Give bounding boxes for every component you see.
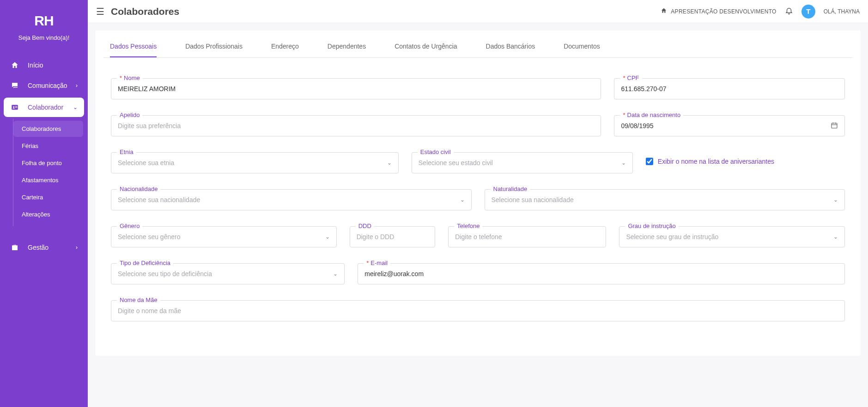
form-card: Dados Pessoais Dados Profissionais Ender… [95, 31, 861, 356]
tab-dados-bancarios[interactable]: Dados Bancários [486, 38, 535, 57]
sidebar: RH Seja Bem vindo(a)! Início Comunicação… [0, 0, 88, 407]
nacionalidade-select[interactable]: Nacionalidade Selecione sua nacionalidad… [111, 189, 472, 210]
label-dob: Data de nascimento [620, 111, 683, 118]
sidebar-item-label: Colaborador [28, 104, 63, 111]
submenu-item-folha[interactable]: Folha de ponto [13, 155, 83, 171]
grau-select[interactable]: Grau de instrução Selecione seu grau de … [619, 226, 845, 247]
chevron-down-icon: ⌄ [325, 234, 330, 240]
etnia-select[interactable]: Etnia Selecione sua etnia ⌄ [111, 152, 399, 173]
aniversariantes-label[interactable]: Exibir o nome na lista de aniversariante… [658, 158, 774, 165]
sidebar-item-colaborador[interactable]: Colaborador ⌄ [4, 98, 84, 117]
sidebar-item-inicio[interactable]: Início [0, 55, 88, 75]
label-cpf: CPF [620, 74, 642, 81]
submenu-item-ferias[interactable]: Férias [13, 138, 83, 154]
tab-endereco[interactable]: Endereço [271, 38, 299, 57]
briefcase-icon [10, 243, 19, 252]
label-mae: Nome da Mãe [117, 296, 160, 303]
chat-icon [10, 81, 19, 90]
header-right: APRESENTAÇÃO DESENVOLVIMENTO T OLÁ, THAY… [661, 5, 860, 18]
field-mae: Nome da Mãe [111, 300, 845, 321]
deficiencia-placeholder: Selecione seu tipo de deficiência [118, 270, 330, 278]
label-nome: Nome [117, 74, 143, 81]
calendar-icon[interactable] [831, 122, 838, 130]
genero-placeholder: Selecione seu gênero [118, 233, 322, 240]
email-input[interactable] [364, 270, 838, 278]
submenu-item-afastamentos[interactable]: Afastamentos [13, 172, 83, 188]
naturalidade-placeholder: Selecione sua nacionalidade [492, 196, 831, 204]
submenu-item-alteracoes[interactable]: Alterações [13, 206, 83, 222]
mae-input[interactable] [118, 307, 838, 314]
label-naturalidade: Naturalidade [491, 185, 530, 192]
field-deficiencia: Tipo de Deficiência Selecione seu tipo d… [111, 263, 345, 284]
apelido-input[interactable] [118, 122, 594, 130]
field-grau: Grau de instrução Selecione seu grau de … [619, 226, 845, 247]
sidebar-item-comunicacao[interactable]: Comunicação › [0, 75, 88, 96]
genero-select[interactable]: Gênero Selecione seu gênero ⌄ [111, 226, 337, 247]
tab-dependentes[interactable]: Dependentes [328, 38, 366, 57]
field-apelido: Apelido [111, 115, 601, 136]
field-ddd: DDD [350, 226, 436, 247]
label-estcivil: Estado civil [418, 148, 454, 155]
field-aniversariantes: Exibir o nome na lista de aniversariante… [646, 152, 845, 165]
label-ddd: DDD [356, 222, 374, 229]
submenu-item-colaboradores[interactable]: Colaboradores [13, 121, 83, 137]
chevron-right-icon: › [76, 82, 78, 89]
tab-contatos-urgencia[interactable]: Contatos de Urgência [395, 38, 457, 57]
label-grau: Grau de instrução [625, 222, 678, 229]
field-cpf: CPF [614, 78, 845, 99]
sidebar-item-label: Gestão [28, 244, 49, 251]
field-etnia: Etnia Selecione sua etnia ⌄ [111, 152, 399, 173]
estcivil-select[interactable]: Estado civil Selecione seu estado civil … [412, 152, 633, 173]
nacionalidade-placeholder: Selecione sua nacionalidade [118, 196, 457, 204]
label-telefone: Telefone [454, 222, 482, 229]
estcivil-placeholder: Selecione seu estado civil [419, 159, 619, 166]
label-apelido: Apelido [117, 111, 142, 118]
main: Dados Pessoais Dados Profissionais Ender… [88, 0, 868, 407]
field-nome: Nome [111, 78, 601, 99]
chevron-down-icon: ⌄ [73, 104, 78, 111]
tab-dados-profissionais[interactable]: Dados Profissionais [185, 38, 243, 57]
sidebar-item-gestao[interactable]: Gestão › [0, 237, 88, 258]
page-title: Colaboradores [111, 6, 179, 17]
field-telefone: Telefone [448, 226, 606, 247]
submenu-colaborador: Colaboradores Férias Folha de ponto Afas… [13, 119, 88, 226]
tab-dados-pessoais[interactable]: Dados Pessoais [110, 38, 157, 57]
nome-input[interactable] [118, 85, 594, 92]
telefone-input[interactable] [455, 233, 599, 240]
ddd-input[interactable] [357, 233, 429, 240]
hello-text: OLÁ, THAYNA [824, 8, 860, 15]
chevron-down-icon: ⌄ [387, 160, 392, 166]
idcard-icon [10, 103, 19, 111]
row-nacionalidade-naturalidade: Nacionalidade Selecione sua nacionalidad… [111, 189, 845, 210]
svg-rect-3 [15, 107, 18, 108]
label-email: E-mail [364, 259, 390, 266]
row-deficiencia-email: Tipo de Deficiência Selecione seu tipo d… [111, 263, 845, 284]
cpf-input[interactable] [621, 85, 838, 92]
dob-input[interactable] [621, 122, 828, 130]
bell-icon[interactable] [785, 6, 793, 16]
org-link[interactable]: APRESENTAÇÃO DESENVOLVIMENTO [661, 7, 776, 15]
label-nacionalidade: Nacionalidade [117, 185, 160, 192]
chevron-down-icon: ⌄ [333, 271, 338, 277]
sidebar-item-label: Comunicação [28, 82, 67, 89]
naturalidade-select[interactable]: Naturalidade Selecione sua nacionalidade… [485, 189, 845, 210]
header: ☰ Colaboradores APRESENTAÇÃO DESENVOLVIM… [88, 0, 868, 23]
label-deficiencia: Tipo de Deficiência [117, 259, 173, 266]
avatar[interactable]: T [801, 5, 815, 18]
sidebar-item-label: Início [28, 62, 43, 69]
chevron-right-icon: › [76, 244, 78, 251]
aniversariantes-checkbox[interactable] [646, 158, 653, 165]
field-email: E-mail [358, 263, 845, 284]
field-genero: Gênero Selecione seu gênero ⌄ [111, 226, 337, 247]
label-etnia: Etnia [117, 148, 136, 155]
home-icon [10, 61, 19, 69]
grau-placeholder: Selecione seu grau de instrução [626, 233, 831, 240]
hamburger-icon[interactable]: ☰ [96, 6, 104, 17]
form: Nome CPF Apelido [103, 78, 852, 321]
submenu-item-carteira[interactable]: Carteira [13, 189, 83, 205]
deficiencia-select[interactable]: Tipo de Deficiência Selecione seu tipo d… [111, 263, 345, 284]
tab-documentos[interactable]: Documentos [564, 38, 600, 57]
field-dob: Data de nascimento [614, 115, 845, 136]
nav: Início Comunicação › Colaborador ⌄ Colab… [0, 50, 88, 258]
tabs: Dados Pessoais Dados Profissionais Ender… [103, 38, 852, 58]
